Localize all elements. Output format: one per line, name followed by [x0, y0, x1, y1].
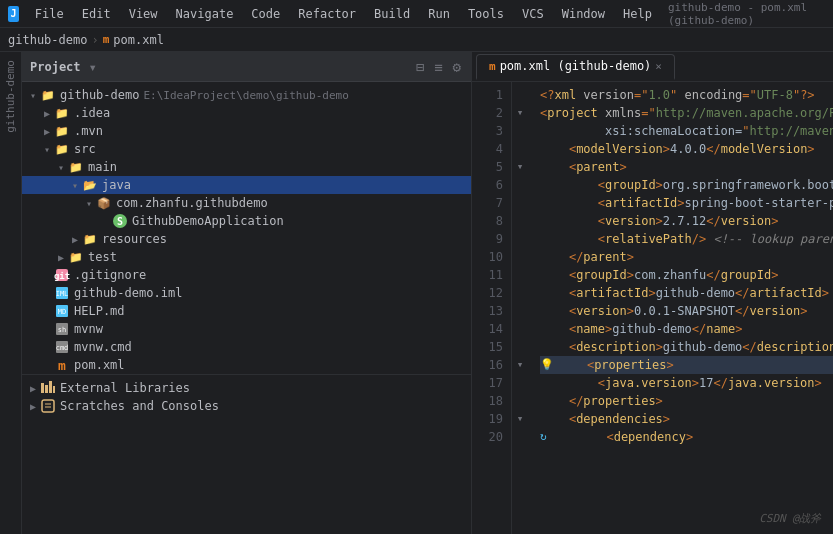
menu-window[interactable]: Window — [554, 5, 613, 23]
tree-idea[interactable]: ▶ 📁 .idea — [22, 104, 471, 122]
tree-java[interactable]: ▾ 📂 java — [22, 176, 471, 194]
code-line-5: <parent> — [540, 158, 833, 176]
menu-view[interactable]: View — [121, 5, 166, 23]
line-num-13: 13 — [472, 302, 511, 320]
gutter-5[interactable]: ▾ — [512, 158, 528, 176]
menu-vcs[interactable]: VCS — [514, 5, 552, 23]
gutter-16[interactable]: ▾ — [512, 356, 528, 374]
menu-help[interactable]: Help — [615, 5, 660, 23]
line-num-6: 6 — [472, 176, 511, 194]
tree-label-gitignore: .gitignore — [74, 268, 146, 282]
tree-arrow-resources: ▶ — [68, 234, 82, 245]
line-num-11: 11 — [472, 266, 511, 284]
md-icon: MD — [54, 303, 70, 319]
line-num-4: 4 — [472, 140, 511, 158]
svg-rect-14 — [49, 381, 52, 393]
spring-class-icon: S — [112, 213, 128, 229]
tree-label-ext-libs: External Libraries — [60, 381, 190, 395]
tree-gitignore[interactable]: git .gitignore — [22, 266, 471, 284]
code-line-8: <version>2.7.12</version> — [540, 212, 833, 230]
folder-test-icon: 📁 — [68, 249, 84, 265]
gutter-7 — [512, 194, 528, 212]
code-line-3: xsi:schemaLocation="http://maven. — [540, 122, 833, 140]
tree-mvnw-cmd[interactable]: cmd mvnw.cmd — [22, 338, 471, 356]
tree-arrow-src: ▾ — [40, 144, 54, 155]
code-line-20: ↻ <dependency> — [540, 428, 833, 446]
gutter-19[interactable]: ▾ — [512, 410, 528, 428]
tree-arrow-idea: ▶ — [40, 108, 54, 119]
tree-ext-libs[interactable]: ▶ External Libraries — [22, 379, 471, 397]
tree-scratches[interactable]: ▶ Scratches and Consoles — [22, 397, 471, 415]
menu-code[interactable]: Code — [243, 5, 288, 23]
tree-app-class[interactable]: S GithubDemoApplication — [22, 212, 471, 230]
tree-label-java: java — [102, 178, 131, 192]
gitignore-icon: git — [54, 267, 70, 283]
expand-icon[interactable]: ≡ — [432, 57, 444, 77]
menu-tools[interactable]: Tools — [460, 5, 512, 23]
gutter-area: ▾ ▾ ▾ ▾ — [512, 82, 528, 534]
line-num-12: 12 — [472, 284, 511, 302]
tree-help[interactable]: MD HELP.md — [22, 302, 471, 320]
tree-mvn[interactable]: ▶ 📁 .mvn — [22, 122, 471, 140]
tree-mvnw[interactable]: sh mvnw — [22, 320, 471, 338]
tree-package[interactable]: ▾ 📦 com.zhanfu.githubdemo — [22, 194, 471, 212]
maven-file-icon: m — [54, 357, 70, 373]
menu-edit[interactable]: Edit — [74, 5, 119, 23]
folder-main-icon: 📁 — [68, 159, 84, 175]
tree-arrow-scratches: ▶ — [26, 401, 40, 412]
app-icon: J — [8, 6, 19, 22]
tree-src[interactable]: ▾ 📁 src — [22, 140, 471, 158]
code-line-13: <version>0.0.1-SNAPSHOT</version> — [540, 302, 833, 320]
tree-arrow-ext-libs: ▶ — [26, 383, 40, 394]
tree-label-root: github-demo — [60, 88, 139, 102]
tree-root[interactable]: ▾ 📁 github-demo E:\IdeaProject\demo\gith… — [22, 86, 471, 104]
tree-arrow-test: ▶ — [54, 252, 68, 263]
menu-navigate[interactable]: Navigate — [168, 5, 242, 23]
menu-run[interactable]: Run — [420, 5, 458, 23]
refresh-icon[interactable]: ↻ — [540, 428, 547, 446]
breadcrumb-file[interactable]: pom.xml — [113, 33, 164, 47]
code-line-14: <name>github-demo</name> — [540, 320, 833, 338]
code-line-9: <relativePath/> <!-- lookup paren — [540, 230, 833, 248]
watermark: CSDN @战斧 — [759, 511, 821, 526]
tab-label: pom.xml (github-demo) — [500, 59, 652, 73]
code-line-10: </parent> — [540, 248, 833, 266]
code-line-1: <?xml version="1.0" encoding="UTF-8"?> — [540, 86, 833, 104]
menu-file[interactable]: File — [27, 5, 72, 23]
tree-label-mvn: .mvn — [74, 124, 103, 138]
breadcrumb-project[interactable]: github-demo — [8, 33, 87, 47]
gutter-4 — [512, 140, 528, 158]
tree-main[interactable]: ▾ 📁 main — [22, 158, 471, 176]
package-icon: 📦 — [96, 195, 112, 211]
menu-build[interactable]: Build — [366, 5, 418, 23]
window-title: github-demo - pom.xml (github-demo) — [668, 1, 825, 27]
gutter-13 — [512, 302, 528, 320]
tree-pom[interactable]: m pom.xml — [22, 356, 471, 374]
svg-text:cmd: cmd — [56, 344, 69, 352]
editor-tabs: m pom.xml (github-demo) × — [472, 52, 833, 82]
tree-label-mvnw-cmd: mvnw.cmd — [74, 340, 132, 354]
chevron-down-icon[interactable]: ▾ — [87, 57, 99, 77]
svg-rect-15 — [53, 386, 55, 393]
tree-resources[interactable]: ▶ 📁 resources — [22, 230, 471, 248]
tree-iml[interactable]: IML github-demo.iml — [22, 284, 471, 302]
breadcrumb-maven-icon: m — [103, 33, 110, 46]
tab-close-button[interactable]: × — [655, 60, 662, 73]
tree-label-pkg: com.zhanfu.githubdemo — [116, 196, 268, 210]
breadcrumb: github-demo › m pom.xml — [0, 28, 833, 52]
gutter-2[interactable]: ▾ — [512, 104, 528, 122]
line-num-18: 18 — [472, 392, 511, 410]
tab-pom-xml[interactable]: m pom.xml (github-demo) × — [476, 54, 675, 80]
code-content[interactable]: <?xml version="1.0" encoding="UTF-8"?> <… — [528, 82, 833, 534]
tree-arrow-pkg: ▾ — [82, 198, 96, 209]
menu-refactor[interactable]: Refactor — [290, 5, 364, 23]
folder-idea-icon: 📁 — [54, 105, 70, 121]
menu-bar: File Edit View Navigate Code Refactor Bu… — [27, 5, 660, 23]
line-numbers: 1 2 3 4 5 6 7 8 9 10 11 12 13 14 15 16 1… — [472, 82, 512, 534]
settings-icon[interactable]: ⚙ — [451, 57, 463, 77]
sidebar-project-label[interactable]: github-demo — [2, 56, 19, 137]
collapse-all-icon[interactable]: ⊟ — [414, 57, 426, 77]
tree-test[interactable]: ▶ 📁 test — [22, 248, 471, 266]
tree-arrow-mvn: ▶ — [40, 126, 54, 137]
code-editor: 1 2 3 4 5 6 7 8 9 10 11 12 13 14 15 16 1… — [472, 82, 833, 534]
